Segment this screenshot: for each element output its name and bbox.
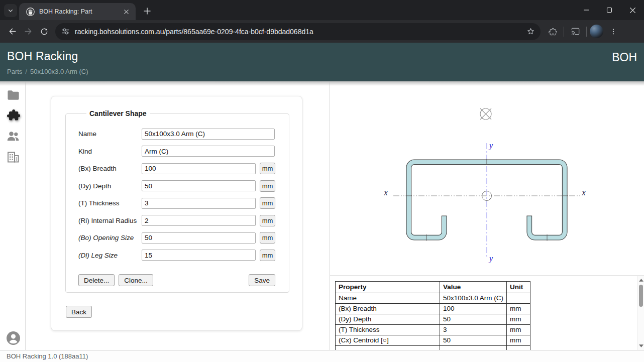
- main-content: Cantilever Shape Name Kind (Bx) Breadth …: [0, 81, 644, 350]
- internal-radius-unit-button[interactable]: mm: [260, 215, 275, 226]
- form-row-depth: (Dy) Depth mm: [78, 181, 275, 192]
- site-favicon-hand-icon: [26, 8, 35, 16]
- kind-label: Kind: [78, 148, 142, 155]
- depth-label: (Dy) Depth: [78, 182, 142, 190]
- form-row-name: Name: [78, 129, 275, 140]
- leg-size-input[interactable]: [142, 250, 256, 261]
- x-axis-label-left: x: [383, 188, 387, 197]
- back-button[interactable]: [4, 24, 20, 40]
- col-header-value: Value: [440, 282, 507, 293]
- form-row-opening-size: (Bo) Opening Size mm: [78, 232, 275, 244]
- x-axis-label-right: x: [581, 188, 585, 197]
- sidebar-item-users[interactable]: [6, 129, 21, 144]
- save-button[interactable]: Save: [249, 274, 275, 286]
- table-header-row: Property Value Unit: [336, 282, 530, 293]
- reload-button[interactable]: [36, 24, 52, 40]
- cell-property: (T) Thickness: [336, 325, 440, 335]
- new-tab-button[interactable]: [141, 5, 154, 18]
- folder-icon: [7, 88, 20, 102]
- address-bar[interactable]: racking.bohsolutions.com.au/parts/865aa6…: [55, 23, 541, 40]
- breadcrumb: Parts/50x100x3.0 Arm (C): [7, 68, 88, 75]
- col-header-unit: Unit: [507, 282, 530, 293]
- profile-avatar[interactable]: [590, 25, 603, 38]
- opening-size-unit-button[interactable]: mm: [260, 232, 275, 244]
- form-row-leg-size: (Dl) Leg Size mm: [78, 250, 275, 261]
- y-axis-label-top: y: [488, 141, 493, 150]
- status-bar: BOH Racking 1.0 (188aa11): [0, 350, 644, 362]
- table-row-clipped: [336, 346, 530, 350]
- browser-toolbar: racking.bohsolutions.com.au/parts/865aa6…: [0, 20, 644, 43]
- puzzle-icon: [548, 27, 557, 36]
- app-title: BOH Racking: [7, 50, 78, 63]
- tab-search-button[interactable]: [4, 4, 17, 17]
- name-input[interactable]: [142, 129, 275, 140]
- opening-size-input[interactable]: [142, 232, 256, 244]
- site-settings-icon[interactable]: [61, 27, 70, 36]
- sidebar-rail: [0, 81, 26, 350]
- cell-unit: mm: [507, 304, 530, 314]
- cell-property: Name: [336, 293, 440, 304]
- breadth-unit-button[interactable]: mm: [260, 163, 275, 174]
- toolbar-separator: [586, 27, 587, 37]
- table-row: Name 50x100x3.0 Arm (C): [336, 293, 530, 304]
- name-label: Name: [78, 130, 142, 138]
- fieldset-legend: Cantilever Shape: [86, 109, 150, 117]
- cell-unit: mm: [507, 325, 530, 335]
- scrollbar-thumb[interactable]: [639, 285, 643, 307]
- section-drawing: y y x x: [330, 81, 644, 275]
- table-row: (Bx) Breadth 100 mm: [336, 304, 530, 314]
- extensions-button[interactable]: [545, 24, 561, 40]
- cast-button[interactable]: [567, 24, 583, 40]
- form-panel: Cantilever Shape Name Kind (Bx) Breadth …: [26, 81, 330, 350]
- cell-property: (Dy) Depth: [336, 314, 440, 325]
- table-scrollbar[interactable]: [637, 276, 644, 350]
- kind-input[interactable]: [142, 146, 275, 157]
- back-navigation-button[interactable]: Back: [66, 306, 92, 318]
- sidebar-item-parts[interactable]: [6, 107, 21, 123]
- shear-centre-marker: [480, 108, 491, 119]
- delete-button[interactable]: Delete...: [78, 274, 115, 286]
- breadcrumb-separator: /: [25, 68, 27, 75]
- sidebar-item-company[interactable]: [6, 150, 21, 165]
- form-row-kind: Kind: [78, 146, 275, 157]
- tab-title: BOH Racking: Part: [39, 8, 122, 15]
- sidebar-item-files[interactable]: [6, 87, 21, 102]
- form-row-internal-radius: (Ri) Internal Radius mm: [78, 215, 275, 226]
- account-circle-icon: [6, 331, 21, 345]
- puzzle-piece-icon: [6, 108, 20, 122]
- breadth-label: (Bx) Breadth: [78, 165, 142, 172]
- clone-button[interactable]: Clone...: [119, 274, 153, 286]
- window-minimize-button[interactable]: [575, 0, 598, 20]
- forward-button[interactable]: [20, 24, 36, 40]
- browser-tab[interactable]: BOH Racking: Part: [19, 3, 136, 20]
- thickness-unit-button[interactable]: mm: [260, 197, 275, 209]
- sidebar-account-button[interactable]: [6, 330, 21, 345]
- scroll-up-arrow-icon[interactable]: [637, 276, 644, 284]
- cell-value: 50: [440, 314, 507, 325]
- internal-radius-input[interactable]: [142, 215, 256, 226]
- cast-icon: [571, 27, 580, 36]
- table-row: (Cx) Centroid [○] 50 mm: [336, 335, 530, 346]
- url-text[interactable]: racking.bohsolutions.com.au/parts/865aa6…: [75, 28, 526, 36]
- depth-input[interactable]: [142, 180, 256, 191]
- col-header-property: Property: [336, 282, 440, 293]
- leg-size-label: (Dl) Leg Size: [78, 252, 142, 259]
- tab-strip: BOH Racking: Part: [0, 0, 644, 20]
- properties-table: Property Value Unit Name 50x100x3.0 Arm …: [335, 281, 530, 350]
- window-close-button[interactable]: [621, 0, 644, 20]
- cell-value: 3: [440, 325, 507, 335]
- window-maximize-button[interactable]: [598, 0, 621, 20]
- tab-close-icon[interactable]: [122, 8, 131, 16]
- part-card: Cantilever Shape Name Kind (Bx) Breadth …: [51, 96, 302, 331]
- depth-unit-button[interactable]: mm: [260, 180, 275, 192]
- leg-size-unit-button[interactable]: mm: [260, 250, 275, 261]
- cell-value: 50: [440, 335, 507, 346]
- scroll-down-arrow-icon[interactable]: [637, 342, 644, 349]
- bookmark-star-icon[interactable]: [526, 27, 535, 36]
- thickness-input[interactable]: [142, 198, 256, 209]
- chevron-down-icon: [7, 7, 15, 15]
- preview-panel: y y x x: [330, 81, 644, 350]
- breadcrumb-parts-link[interactable]: Parts: [7, 68, 22, 75]
- browser-menu-button[interactable]: [605, 24, 621, 40]
- breadth-input[interactable]: [142, 163, 256, 174]
